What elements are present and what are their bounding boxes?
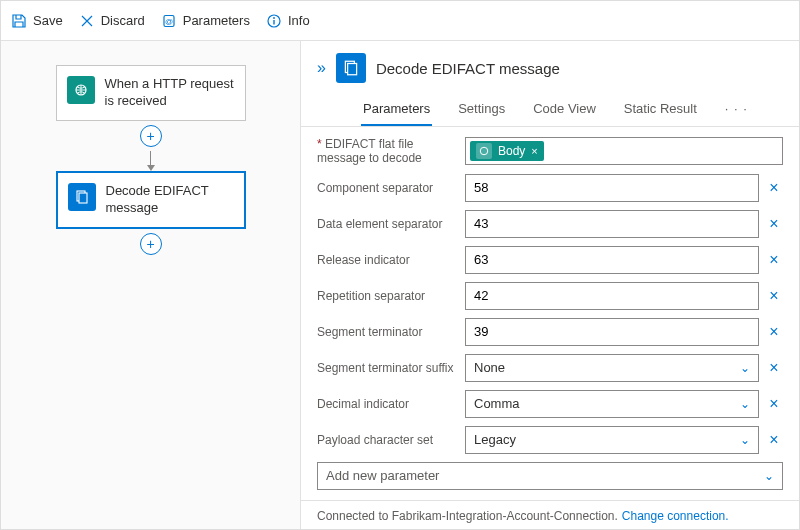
trigger-node[interactable]: When a HTTP request is received bbox=[56, 65, 246, 121]
info-label: Info bbox=[288, 13, 310, 28]
action-node[interactable]: Decode EDIFACT message bbox=[56, 171, 246, 229]
clear-icon[interactable]: × bbox=[765, 215, 783, 233]
segment-term-suffix-label: Segment terminator suffix bbox=[317, 361, 465, 375]
connection-footer: Connected to Fabrikam-Integration-Accoun… bbox=[301, 500, 799, 530]
svg-rect-7 bbox=[79, 193, 87, 203]
body-token[interactable]: Body × bbox=[470, 141, 544, 161]
svg-text:@: @ bbox=[165, 17, 173, 26]
segment-term-input[interactable] bbox=[465, 318, 759, 346]
decimal-ind-value: Comma bbox=[474, 396, 520, 411]
insert-step-button[interactable]: + bbox=[140, 125, 162, 147]
http-trigger-icon bbox=[67, 76, 95, 104]
clear-icon[interactable]: × bbox=[765, 251, 783, 269]
connector: + bbox=[140, 121, 162, 171]
save-button[interactable]: Save bbox=[11, 13, 63, 29]
trigger-node-title: When a HTTP request is received bbox=[105, 76, 235, 110]
clear-icon[interactable]: × bbox=[765, 431, 783, 449]
connector-line bbox=[150, 151, 151, 165]
connector-end: + bbox=[140, 229, 162, 259]
row-release-ind: Release indicator × bbox=[317, 246, 783, 274]
panel-title: Decode EDIFACT message bbox=[376, 60, 560, 77]
row-data-elem-sep: Data element separator × bbox=[317, 210, 783, 238]
details-panel: » Decode EDIFACT message Parameters Sett… bbox=[301, 41, 799, 530]
designer-canvas[interactable]: When a HTTP request is received + Decode… bbox=[1, 41, 301, 530]
add-step-button[interactable]: + bbox=[140, 233, 162, 255]
svg-point-3 bbox=[273, 17, 275, 19]
decimal-ind-select[interactable]: Comma ⌄ bbox=[465, 390, 759, 418]
clear-icon[interactable]: × bbox=[765, 323, 783, 341]
panel-header: » Decode EDIFACT message bbox=[301, 41, 799, 87]
decimal-ind-label: Decimal indicator bbox=[317, 397, 465, 411]
http-token-icon bbox=[476, 143, 492, 159]
panel-action-icon bbox=[336, 53, 366, 83]
chevron-down-icon: ⌄ bbox=[740, 397, 750, 411]
chevron-down-icon: ⌄ bbox=[740, 433, 750, 447]
save-icon bbox=[11, 13, 27, 29]
parameters-form: * EDIFACT flat file message to decode Bo… bbox=[301, 127, 799, 500]
svg-rect-4 bbox=[273, 20, 274, 25]
row-segment-term: Segment terminator × bbox=[317, 318, 783, 346]
repetition-sep-input[interactable] bbox=[465, 282, 759, 310]
toolbar: Save Discard @ Parameters Info bbox=[1, 1, 799, 41]
payload-charset-select[interactable]: Legacy ⌄ bbox=[465, 426, 759, 454]
segment-term-suffix-value: None bbox=[474, 360, 505, 375]
flatfile-input[interactable]: Body × bbox=[465, 137, 783, 165]
chevron-down-icon: ⌄ bbox=[764, 469, 774, 483]
parameters-icon: @ bbox=[161, 13, 177, 29]
row-segment-term-suffix: Segment terminator suffix None ⌄ × bbox=[317, 354, 783, 382]
action-node-title: Decode EDIFACT message bbox=[106, 183, 234, 217]
discard-button[interactable]: Discard bbox=[79, 13, 145, 29]
clear-icon[interactable]: × bbox=[765, 179, 783, 197]
segment-term-suffix-select[interactable]: None ⌄ bbox=[465, 354, 759, 382]
add-parameter-placeholder: Add new parameter bbox=[326, 468, 439, 483]
parameters-label: Parameters bbox=[183, 13, 250, 28]
release-ind-label: Release indicator bbox=[317, 253, 465, 267]
connection-status: Connected to Fabrikam-Integration-Accoun… bbox=[317, 509, 618, 523]
tab-settings[interactable]: Settings bbox=[456, 93, 507, 126]
row-repetition-sep: Repetition separator × bbox=[317, 282, 783, 310]
row-add-parameter: Add new parameter ⌄ bbox=[317, 462, 783, 490]
tab-more[interactable]: · · · bbox=[723, 93, 750, 126]
main: When a HTTP request is received + Decode… bbox=[1, 41, 799, 530]
payload-charset-value: Legacy bbox=[474, 432, 516, 447]
row-decimal-ind: Decimal indicator Comma ⌄ × bbox=[317, 390, 783, 418]
token-label: Body bbox=[498, 144, 525, 158]
chevron-down-icon: ⌄ bbox=[740, 361, 750, 375]
component-sep-label: Component separator bbox=[317, 181, 465, 195]
clear-icon[interactable]: × bbox=[765, 359, 783, 377]
parameters-button[interactable]: @ Parameters bbox=[161, 13, 250, 29]
repetition-sep-label: Repetition separator bbox=[317, 289, 465, 303]
tab-codeview[interactable]: Code View bbox=[531, 93, 598, 126]
info-button[interactable]: Info bbox=[266, 13, 310, 29]
row-payload-charset: Payload character set Legacy ⌄ × bbox=[317, 426, 783, 454]
change-connection-link[interactable]: Change connection. bbox=[622, 509, 729, 523]
svg-rect-9 bbox=[348, 64, 357, 75]
data-elem-sep-input[interactable] bbox=[465, 210, 759, 238]
flatfile-label: * EDIFACT flat file message to decode bbox=[317, 137, 465, 166]
tab-staticresult[interactable]: Static Result bbox=[622, 93, 699, 126]
payload-charset-label: Payload character set bbox=[317, 433, 465, 447]
panel-tabs: Parameters Settings Code View Static Res… bbox=[301, 87, 799, 127]
clear-icon[interactable]: × bbox=[765, 395, 783, 413]
discard-icon bbox=[79, 13, 95, 29]
edifact-action-icon bbox=[68, 183, 96, 211]
discard-label: Discard bbox=[101, 13, 145, 28]
save-label: Save bbox=[33, 13, 63, 28]
collapse-button[interactable]: » bbox=[317, 59, 326, 77]
clear-icon[interactable]: × bbox=[765, 287, 783, 305]
info-icon bbox=[266, 13, 282, 29]
token-remove-icon[interactable]: × bbox=[531, 145, 537, 157]
data-elem-sep-label: Data element separator bbox=[317, 217, 465, 231]
tab-parameters[interactable]: Parameters bbox=[361, 93, 432, 126]
row-flatfile: * EDIFACT flat file message to decode Bo… bbox=[317, 137, 783, 166]
component-sep-input[interactable] bbox=[465, 174, 759, 202]
svg-point-10 bbox=[480, 148, 488, 156]
row-component-sep: Component separator × bbox=[317, 174, 783, 202]
add-parameter-select[interactable]: Add new parameter ⌄ bbox=[317, 462, 783, 490]
release-ind-input[interactable] bbox=[465, 246, 759, 274]
segment-term-label: Segment terminator bbox=[317, 325, 465, 339]
